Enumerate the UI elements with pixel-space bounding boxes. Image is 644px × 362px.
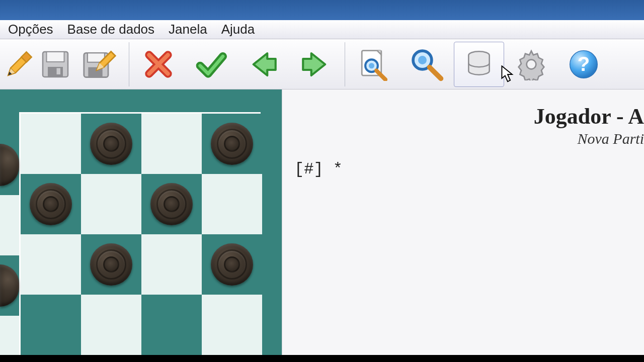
board-square[interactable] xyxy=(202,234,262,295)
arrow-right-icon xyxy=(299,48,332,81)
settings-button[interactable] xyxy=(506,42,556,87)
floppy-icon xyxy=(40,49,70,79)
toolbar: ? xyxy=(0,39,644,89)
move-notation: [#] * xyxy=(294,160,644,178)
help-icon: ? xyxy=(568,48,600,80)
new-button[interactable] xyxy=(2,42,36,87)
cancel-button[interactable] xyxy=(133,42,184,87)
pencil-icon xyxy=(5,50,34,79)
svg-rect-7 xyxy=(57,68,61,74)
menu-help[interactable]: Ajuda xyxy=(214,21,262,38)
database-icon xyxy=(463,49,495,80)
window-titlebar xyxy=(0,0,644,20)
red-x-icon xyxy=(142,48,175,80)
green-check-icon xyxy=(195,48,227,80)
checker-piece[interactable] xyxy=(90,243,132,286)
accept-button[interactable] xyxy=(186,42,236,87)
database-button[interactable] xyxy=(454,42,504,87)
player-title: Jogador - A xyxy=(534,104,644,129)
floppy-pencil-icon xyxy=(83,47,117,81)
menu-database[interactable]: Base de dados xyxy=(60,21,162,38)
game-subtitle: Nova Parti xyxy=(534,130,644,147)
checker-piece[interactable] xyxy=(90,123,132,165)
checker-piece[interactable] xyxy=(0,264,19,307)
checker-piece[interactable] xyxy=(0,144,19,186)
search-document-button[interactable] xyxy=(349,42,399,87)
svg-text:?: ? xyxy=(578,53,590,75)
board-square[interactable] xyxy=(141,174,202,234)
board-square[interactable] xyxy=(202,295,262,355)
board-square[interactable] xyxy=(81,295,141,355)
checkers-board[interactable] xyxy=(21,114,259,355)
svg-line-19 xyxy=(430,67,441,78)
checker-piece[interactable] xyxy=(150,183,193,225)
board-square[interactable] xyxy=(81,114,141,174)
board-square[interactable] xyxy=(21,114,81,174)
checker-piece[interactable] xyxy=(211,123,253,165)
board-square[interactable] xyxy=(81,234,141,295)
checker-piece[interactable] xyxy=(211,243,253,286)
forward-button[interactable] xyxy=(290,42,341,87)
toolbar-separator xyxy=(345,42,345,86)
content-area: Jogador - A Nova Parti [#] * xyxy=(0,89,644,362)
svg-rect-6 xyxy=(48,67,63,77)
magnifier-icon xyxy=(410,47,444,81)
letterbox-bottom xyxy=(0,355,644,362)
help-button[interactable]: ? xyxy=(558,42,609,87)
save-button[interactable] xyxy=(38,42,72,87)
board-square[interactable] xyxy=(21,234,81,295)
svg-point-21 xyxy=(527,59,536,69)
back-button[interactable] xyxy=(238,42,288,87)
search-button[interactable] xyxy=(401,42,452,87)
search-page-icon xyxy=(358,48,391,81)
board-square[interactable] xyxy=(202,114,262,174)
svg-rect-5 xyxy=(47,52,64,62)
save-edit-button[interactable] xyxy=(74,42,125,87)
board-square[interactable] xyxy=(141,114,202,174)
svg-point-18 xyxy=(418,56,427,64)
menu-bar: Opções Base de dados Janela Ajuda xyxy=(0,20,644,39)
board-square[interactable] xyxy=(21,174,81,234)
svg-point-15 xyxy=(369,63,374,68)
board-square[interactable] xyxy=(21,295,81,355)
toolbar-separator xyxy=(129,42,129,86)
info-panel: Jogador - A Nova Parti [#] * xyxy=(282,89,644,362)
board-panel xyxy=(0,89,282,362)
arrow-left-icon xyxy=(247,48,280,81)
menu-window[interactable]: Janela xyxy=(162,21,214,38)
board-square[interactable] xyxy=(81,174,141,234)
board-square[interactable] xyxy=(141,234,202,295)
board-square[interactable] xyxy=(141,295,202,355)
gear-icon xyxy=(515,48,547,80)
checker-piece[interactable] xyxy=(30,183,72,225)
menu-options[interactable]: Opções xyxy=(1,21,60,38)
board-square[interactable] xyxy=(202,174,262,234)
